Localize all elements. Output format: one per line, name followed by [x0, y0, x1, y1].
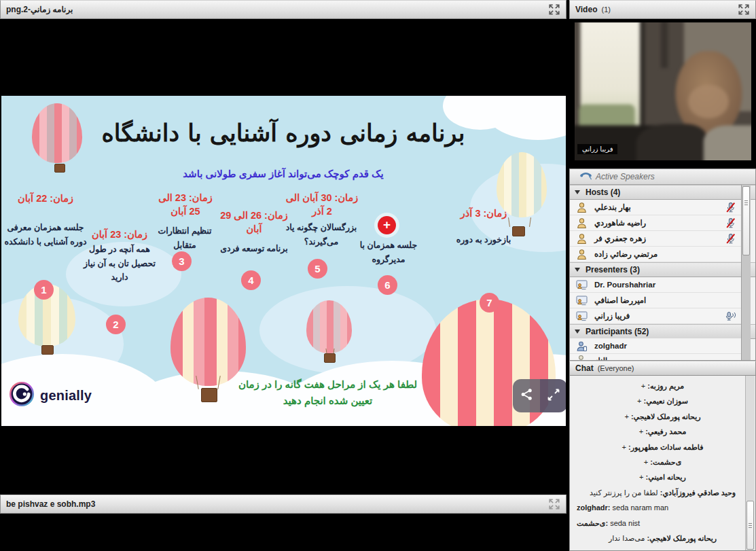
attendee-row[interactable]: زهره جعفري فر [570, 231, 742, 247]
genially-logo[interactable]: genially [9, 381, 92, 410]
chat-message: وحيد صادقي فيروزآباديلطفا من را پرزنتر ک… [570, 485, 755, 500]
video-speaker-name: فريبا زراني [577, 144, 617, 154]
step7-desc: بازخورد به دوره [427, 233, 541, 247]
step6-number: 6 [378, 275, 397, 295]
balloon-basket [54, 164, 65, 173]
chat-scrollbar-thumb[interactable] [746, 501, 754, 550]
collapse-triangle-icon [575, 268, 580, 272]
chat-message: ريحانه پورملک لاهيجيمی‌صدا ندار [570, 531, 755, 546]
attendee-row[interactable]: zolghadr [570, 338, 742, 354]
mic-muted-icon [725, 233, 736, 245]
presenters-header-label: Presenters (3) [586, 265, 640, 274]
audio-pod-header: be pishvaz e sobh.mp3 [0, 495, 566, 514]
scrollbar-grip [749, 523, 752, 528]
chat-message: ی‌حشمتseda nist [570, 516, 755, 531]
video-pod-header: Video (1) [569, 0, 756, 19]
attendee-name: زهره جعفري فر [594, 234, 646, 243]
step6-desc: جلسه همزمان با مدیرگروه [346, 238, 431, 266]
presenter-icon [576, 279, 588, 291]
speaker-active-icon [725, 310, 736, 322]
step1-date: زمان: 22 آبان [5, 192, 86, 205]
mic-muted-icon [725, 217, 736, 229]
hosts-section-header[interactable]: Hosts (4) [570, 185, 755, 200]
attendee-name: راضيه شاهوردي [594, 218, 646, 228]
share-pod-title: برنامه زماني-2.png [6, 5, 73, 14]
chat-message: مريم روزبه+ [570, 378, 755, 393]
host-icon [576, 249, 588, 260]
step5-date: زمان: 30 آبان الی 2 آذر [285, 191, 359, 219]
collapse-triangle-icon [575, 190, 580, 194]
step3-number: 3 [172, 251, 192, 271]
slide-subtitle: یک قدم کوچک می‌تواند آغاز سفری طولانی با… [79, 168, 487, 180]
active-speakers-bar: Active Speakers [570, 169, 755, 185]
step2-desc: همه آنچه در طول تحصیل تان به آن نیاز دار… [82, 243, 158, 285]
audio-pod-title: be pishvaz e sobh.mp3 [6, 499, 95, 509]
chat-message: ريحانه پورملک لاهيجي+ [570, 409, 755, 424]
step3-date: زمان: 23 الی 25 آبان [152, 191, 219, 219]
presenters-section-header[interactable]: Presenters (3) [570, 262, 755, 277]
adobe-connect-window: برنامه زماني-2.png [0, 0, 756, 551]
share-pod-header: برنامه زماني-2.png [0, 0, 566, 19]
chat-pod-header: Chat (Everyone) [569, 361, 756, 376]
expand-arrows-icon [547, 389, 560, 404]
step6-plus-badge: + [378, 216, 396, 234]
presenter-icon [576, 310, 588, 322]
attendee-name: Dr. Pourshahriar [594, 281, 655, 289]
genially-icon [9, 381, 35, 410]
step7-date: زمان: 3 آذر [432, 207, 535, 220]
step7-number: 7 [480, 293, 499, 313]
attendee-row[interactable]: Dr. Pourshahriar [570, 277, 742, 293]
chat-message: ريحانه اميني+ [570, 469, 755, 484]
participants-section-header[interactable]: Participants (52) [570, 324, 755, 339]
step4-date: زمان: 26 الی 29 آبان [219, 209, 289, 236]
mic-muted-icon [725, 202, 736, 213]
step5-number: 5 [308, 259, 327, 279]
attendee-row[interactable]: راضيه شاهوردي [570, 215, 742, 231]
slide-expand-button[interactable] [540, 379, 566, 412]
step3-desc: تنظیم انتظارات متقابل [149, 224, 220, 252]
attendee-row[interactable]: بهار بندعلي [570, 200, 742, 215]
chat-message: ی‌حشمت+ [570, 455, 755, 469]
genially-wordmark: genially [40, 388, 92, 404]
attendees-scrollbar[interactable] [741, 185, 751, 361]
host-icon [576, 202, 588, 213]
participants-header-label: Participants (52) [586, 327, 649, 336]
chat-messages-area: مريم روزبه+ سوزان نعيمي+ ريحانه پورملک ل… [569, 376, 756, 551]
active-speakers-label: Active Speakers [596, 172, 655, 181]
video-person-shoulder [636, 124, 706, 160]
participant-icon [576, 340, 588, 352]
attendee-name: مرتضي رضائي زاده [594, 249, 658, 259]
balloon-basket [41, 345, 54, 355]
share-pod-fullscreen-icon[interactable] [548, 3, 560, 16]
video-count-badge: (1) [601, 5, 610, 14]
balloon-basket [324, 353, 336, 363]
share-icon [520, 388, 533, 404]
video-pod-fullscreen-icon[interactable] [738, 3, 750, 16]
slide-share-button[interactable] [513, 379, 540, 412]
attendees-scrollbar-thumb[interactable] [742, 186, 750, 255]
attendee-row[interactable]: مرتضي رضائي زاده [570, 247, 742, 262]
audio-pod-fullscreen-icon[interactable] [548, 498, 560, 510]
attendee-name: zolghadr [594, 342, 627, 350]
step2-number: 2 [106, 315, 126, 334]
video-pod-title: Video [575, 5, 597, 14]
video-person-shirt [704, 125, 751, 160]
step2-date: زمان: 23 آبان [86, 228, 154, 241]
webcam-picture [575, 22, 751, 160]
attendee-row[interactable]: اميررضا اصنافي [570, 293, 742, 308]
step1-number: 1 [34, 280, 54, 300]
attendee-row[interactable]: فريبا زراني [570, 308, 742, 324]
balloon-small-center [306, 300, 352, 353]
participant-icon [576, 352, 588, 361]
attendee-row-clipped[interactable]: الناز [570, 354, 742, 361]
chat-scope-label: (Everyone) [598, 364, 634, 372]
attendee-name: اميررضا اصنافي [594, 296, 646, 305]
chat-scrollbar[interactable] [745, 376, 755, 551]
collapse-triangle-icon [575, 330, 580, 334]
chat-pod-title: Chat [575, 363, 594, 373]
webcam-video: فريبا زراني [575, 22, 751, 160]
balloon-pink-center [170, 298, 246, 386]
attendees-pod: Active Speakers Hosts (4) بهار بندعلي را… [569, 168, 756, 361]
host-icon [576, 233, 588, 245]
video-person-face [688, 85, 729, 118]
